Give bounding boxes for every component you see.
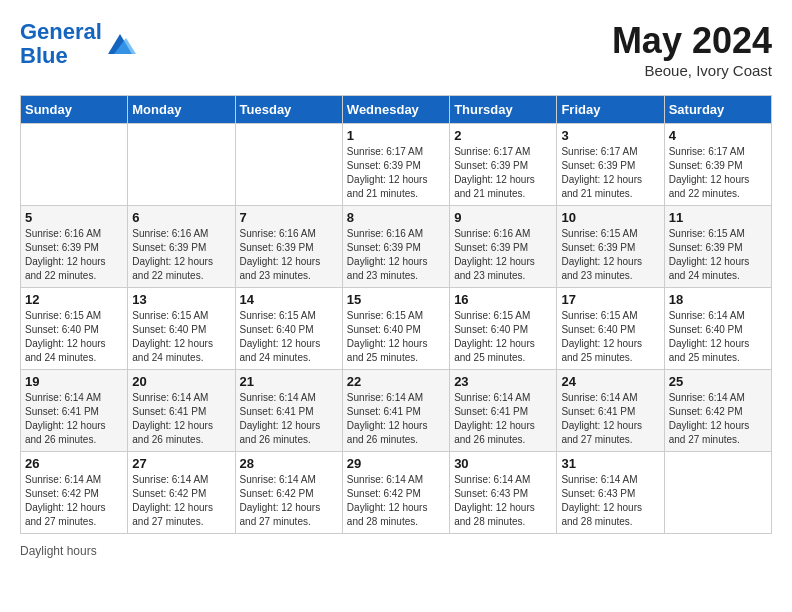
- day-info: Sunrise: 6:14 AMSunset: 6:40 PMDaylight:…: [669, 309, 767, 365]
- day-number: 14: [240, 292, 338, 307]
- day-number: 22: [347, 374, 445, 389]
- page-header: GeneralBlue May 2024 Beoue, Ivory Coast: [20, 20, 772, 79]
- calendar-cell: 18 Sunrise: 6:14 AMSunset: 6:40 PMDaylig…: [664, 288, 771, 370]
- day-number: 7: [240, 210, 338, 225]
- calendar-cell: 9 Sunrise: 6:16 AMSunset: 6:39 PMDayligh…: [450, 206, 557, 288]
- location-title: Beoue, Ivory Coast: [612, 62, 772, 79]
- calendar-cell: 26 Sunrise: 6:14 AMSunset: 6:42 PMDaylig…: [21, 452, 128, 534]
- day-number: 13: [132, 292, 230, 307]
- calendar-cell: 2 Sunrise: 6:17 AMSunset: 6:39 PMDayligh…: [450, 124, 557, 206]
- day-info: Sunrise: 6:14 AMSunset: 6:41 PMDaylight:…: [25, 391, 123, 447]
- day-number: 24: [561, 374, 659, 389]
- day-number: 10: [561, 210, 659, 225]
- day-number: 9: [454, 210, 552, 225]
- day-info: Sunrise: 6:14 AMSunset: 6:42 PMDaylight:…: [25, 473, 123, 529]
- calendar-cell: 5 Sunrise: 6:16 AMSunset: 6:39 PMDayligh…: [21, 206, 128, 288]
- calendar-cell: 30 Sunrise: 6:14 AMSunset: 6:43 PMDaylig…: [450, 452, 557, 534]
- header-friday: Friday: [557, 96, 664, 124]
- day-info: Sunrise: 6:14 AMSunset: 6:42 PMDaylight:…: [132, 473, 230, 529]
- day-info: Sunrise: 6:17 AMSunset: 6:39 PMDaylight:…: [454, 145, 552, 201]
- calendar-cell: 20 Sunrise: 6:14 AMSunset: 6:41 PMDaylig…: [128, 370, 235, 452]
- calendar-week-row: 19 Sunrise: 6:14 AMSunset: 6:41 PMDaylig…: [21, 370, 772, 452]
- header-tuesday: Tuesday: [235, 96, 342, 124]
- calendar-cell: 15 Sunrise: 6:15 AMSunset: 6:40 PMDaylig…: [342, 288, 449, 370]
- day-number: 18: [669, 292, 767, 307]
- day-number: 30: [454, 456, 552, 471]
- calendar-cell: 19 Sunrise: 6:14 AMSunset: 6:41 PMDaylig…: [21, 370, 128, 452]
- header-saturday: Saturday: [664, 96, 771, 124]
- calendar-cell: 17 Sunrise: 6:15 AMSunset: 6:40 PMDaylig…: [557, 288, 664, 370]
- day-number: 16: [454, 292, 552, 307]
- calendar-cell: 7 Sunrise: 6:16 AMSunset: 6:39 PMDayligh…: [235, 206, 342, 288]
- day-number: 23: [454, 374, 552, 389]
- day-info: Sunrise: 6:14 AMSunset: 6:41 PMDaylight:…: [240, 391, 338, 447]
- day-info: Sunrise: 6:16 AMSunset: 6:39 PMDaylight:…: [132, 227, 230, 283]
- day-number: 17: [561, 292, 659, 307]
- title-block: May 2024 Beoue, Ivory Coast: [612, 20, 772, 79]
- day-number: 25: [669, 374, 767, 389]
- month-title: May 2024: [612, 20, 772, 62]
- day-number: 1: [347, 128, 445, 143]
- calendar-week-row: 12 Sunrise: 6:15 AMSunset: 6:40 PMDaylig…: [21, 288, 772, 370]
- day-number: 6: [132, 210, 230, 225]
- calendar-cell: [128, 124, 235, 206]
- calendar-cell: 4 Sunrise: 6:17 AMSunset: 6:39 PMDayligh…: [664, 124, 771, 206]
- day-info: Sunrise: 6:14 AMSunset: 6:43 PMDaylight:…: [561, 473, 659, 529]
- calendar-week-row: 26 Sunrise: 6:14 AMSunset: 6:42 PMDaylig…: [21, 452, 772, 534]
- calendar-cell: 27 Sunrise: 6:14 AMSunset: 6:42 PMDaylig…: [128, 452, 235, 534]
- day-info: Sunrise: 6:16 AMSunset: 6:39 PMDaylight:…: [25, 227, 123, 283]
- calendar-cell: 28 Sunrise: 6:14 AMSunset: 6:42 PMDaylig…: [235, 452, 342, 534]
- day-number: 12: [25, 292, 123, 307]
- footer: Daylight hours: [20, 544, 772, 558]
- day-number: 29: [347, 456, 445, 471]
- calendar-cell: 8 Sunrise: 6:16 AMSunset: 6:39 PMDayligh…: [342, 206, 449, 288]
- calendar-cell: 13 Sunrise: 6:15 AMSunset: 6:40 PMDaylig…: [128, 288, 235, 370]
- day-info: Sunrise: 6:17 AMSunset: 6:39 PMDaylight:…: [561, 145, 659, 201]
- day-number: 5: [25, 210, 123, 225]
- day-number: 20: [132, 374, 230, 389]
- header-sunday: Sunday: [21, 96, 128, 124]
- day-number: 11: [669, 210, 767, 225]
- calendar-cell: 25 Sunrise: 6:14 AMSunset: 6:42 PMDaylig…: [664, 370, 771, 452]
- day-info: Sunrise: 6:14 AMSunset: 6:42 PMDaylight:…: [240, 473, 338, 529]
- day-info: Sunrise: 6:15 AMSunset: 6:40 PMDaylight:…: [132, 309, 230, 365]
- day-info: Sunrise: 6:16 AMSunset: 6:39 PMDaylight:…: [240, 227, 338, 283]
- header-monday: Monday: [128, 96, 235, 124]
- calendar-cell: 29 Sunrise: 6:14 AMSunset: 6:42 PMDaylig…: [342, 452, 449, 534]
- calendar-week-row: 1 Sunrise: 6:17 AMSunset: 6:39 PMDayligh…: [21, 124, 772, 206]
- day-info: Sunrise: 6:16 AMSunset: 6:39 PMDaylight:…: [454, 227, 552, 283]
- day-number: 26: [25, 456, 123, 471]
- calendar-cell: [21, 124, 128, 206]
- day-info: Sunrise: 6:15 AMSunset: 6:39 PMDaylight:…: [561, 227, 659, 283]
- day-info: Sunrise: 6:14 AMSunset: 6:43 PMDaylight:…: [454, 473, 552, 529]
- calendar-week-row: 5 Sunrise: 6:16 AMSunset: 6:39 PMDayligh…: [21, 206, 772, 288]
- logo-icon: [104, 30, 136, 58]
- logo: GeneralBlue: [20, 20, 136, 68]
- header-thursday: Thursday: [450, 96, 557, 124]
- calendar-cell: 23 Sunrise: 6:14 AMSunset: 6:41 PMDaylig…: [450, 370, 557, 452]
- calendar-cell: 3 Sunrise: 6:17 AMSunset: 6:39 PMDayligh…: [557, 124, 664, 206]
- daylight-label: Daylight hours: [20, 544, 97, 558]
- day-info: Sunrise: 6:15 AMSunset: 6:40 PMDaylight:…: [25, 309, 123, 365]
- day-number: 19: [25, 374, 123, 389]
- day-number: 28: [240, 456, 338, 471]
- calendar-cell: 22 Sunrise: 6:14 AMSunset: 6:41 PMDaylig…: [342, 370, 449, 452]
- day-info: Sunrise: 6:15 AMSunset: 6:40 PMDaylight:…: [240, 309, 338, 365]
- calendar-cell: 21 Sunrise: 6:14 AMSunset: 6:41 PMDaylig…: [235, 370, 342, 452]
- day-info: Sunrise: 6:14 AMSunset: 6:41 PMDaylight:…: [454, 391, 552, 447]
- day-info: Sunrise: 6:15 AMSunset: 6:40 PMDaylight:…: [454, 309, 552, 365]
- day-info: Sunrise: 6:15 AMSunset: 6:40 PMDaylight:…: [347, 309, 445, 365]
- calendar-cell: 12 Sunrise: 6:15 AMSunset: 6:40 PMDaylig…: [21, 288, 128, 370]
- calendar-cell: 11 Sunrise: 6:15 AMSunset: 6:39 PMDaylig…: [664, 206, 771, 288]
- calendar-cell: 24 Sunrise: 6:14 AMSunset: 6:41 PMDaylig…: [557, 370, 664, 452]
- day-number: 8: [347, 210, 445, 225]
- day-number: 4: [669, 128, 767, 143]
- day-info: Sunrise: 6:14 AMSunset: 6:41 PMDaylight:…: [132, 391, 230, 447]
- calendar-cell: [664, 452, 771, 534]
- day-number: 2: [454, 128, 552, 143]
- calendar-cell: 1 Sunrise: 6:17 AMSunset: 6:39 PMDayligh…: [342, 124, 449, 206]
- day-number: 27: [132, 456, 230, 471]
- day-info: Sunrise: 6:16 AMSunset: 6:39 PMDaylight:…: [347, 227, 445, 283]
- logo-text: GeneralBlue: [20, 20, 102, 68]
- calendar-header-row: Sunday Monday Tuesday Wednesday Thursday…: [21, 96, 772, 124]
